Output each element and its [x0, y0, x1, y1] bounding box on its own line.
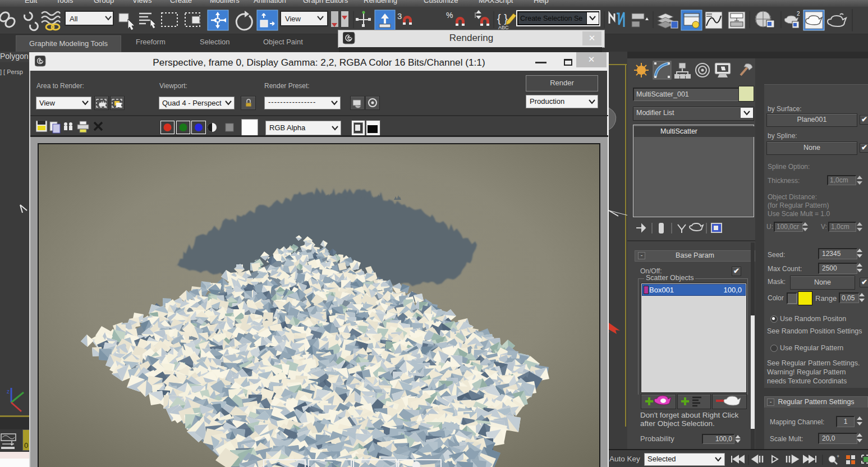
svg-text:%: %: [446, 11, 453, 20]
svg-text:3: 3: [397, 11, 402, 21]
svg-text:+: +: [837, 454, 839, 459]
svg-text:View: View: [285, 15, 301, 23]
svg-text:z: z: [7, 388, 10, 395]
svg-text:2: 2: [797, 11, 800, 17]
svg-text:All: All: [70, 15, 78, 23]
svg-text:Create Selection Se: Create Selection Se: [520, 15, 582, 22]
